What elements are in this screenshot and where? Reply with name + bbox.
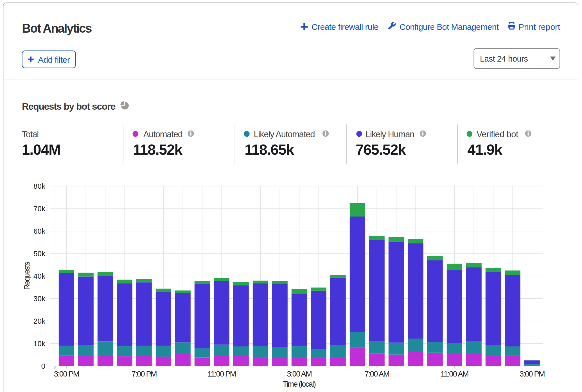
svg-text:Print report: Print report — [518, 22, 560, 31]
svg-text:50k: 50k — [33, 249, 46, 258]
svg-text:40k: 40k — [33, 272, 46, 280]
svg-text:118.52k: 118.52k — [133, 141, 182, 158]
svg-text:765.52k: 765.52k — [356, 141, 406, 158]
svg-text:Time (local): Time (local) — [283, 380, 315, 388]
svg-text:Likely Automated: Likely Automated — [254, 129, 315, 139]
svg-text:Requests by bot score: Requests by bot score — [22, 101, 116, 112]
svg-text:80k: 80k — [33, 182, 46, 190]
svg-text:60k: 60k — [33, 227, 46, 235]
svg-text:Total: Total — [22, 129, 39, 139]
svg-text:Add filter: Add filter — [38, 55, 70, 64]
svg-text:118.65k: 118.65k — [245, 141, 294, 158]
svg-text:7:00 PM: 7:00 PM — [132, 370, 157, 378]
svg-text:Likely Human: Likely Human — [366, 129, 414, 139]
svg-text:0: 0 — [41, 362, 45, 370]
svg-text:3:00 PM: 3:00 PM — [520, 370, 545, 378]
svg-text:Configure Bot Management: Configure Bot Management — [400, 22, 499, 31]
svg-text:10k: 10k — [33, 339, 46, 348]
svg-text:70k: 70k — [33, 204, 46, 213]
svg-text:3:00 AM: 3:00 AM — [287, 370, 312, 378]
svg-text:Requests: Requests — [22, 262, 31, 290]
svg-text:Last 24 hours: Last 24 hours — [480, 54, 528, 63]
svg-text:7:00 AM: 7:00 AM — [364, 370, 389, 378]
svg-text:20k: 20k — [33, 317, 46, 325]
svg-text:11:00 PM: 11:00 PM — [207, 370, 236, 378]
svg-text:Automated: Automated — [143, 129, 182, 139]
svg-text:Create firewall rule: Create firewall rule — [312, 22, 378, 31]
svg-text:Bot Analytics: Bot Analytics — [22, 21, 92, 35]
svg-text:30k: 30k — [33, 294, 46, 303]
svg-text:11:00 AM: 11:00 AM — [441, 370, 468, 378]
svg-text:41.9k: 41.9k — [468, 141, 502, 158]
svg-text:3:00 PM: 3:00 PM — [54, 370, 79, 378]
svg-text:Verified bot: Verified bot — [477, 129, 518, 139]
svg-text:1.04M: 1.04M — [22, 141, 60, 158]
